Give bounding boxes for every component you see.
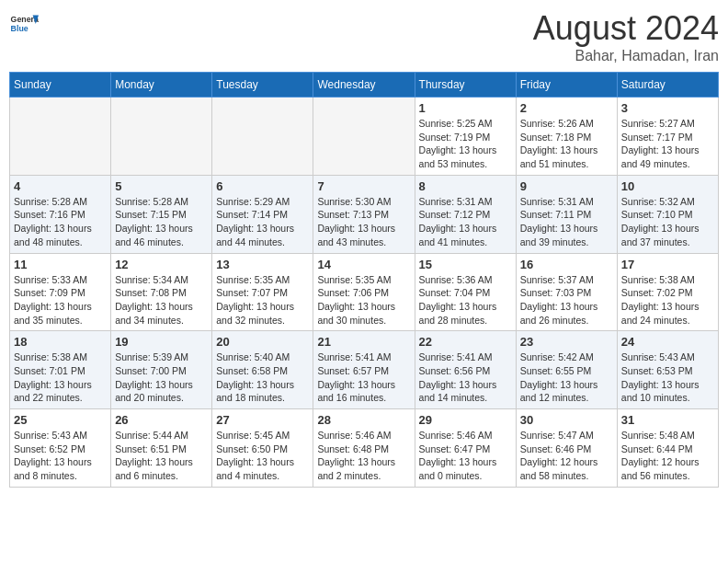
day-number: 2 xyxy=(520,101,613,115)
day-info: Sunrise: 5:26 AM Sunset: 7:18 PM Dayligh… xyxy=(520,117,613,171)
day-info: Sunrise: 5:31 AM Sunset: 7:11 PM Dayligh… xyxy=(520,195,613,249)
day-info: Sunrise: 5:33 AM Sunset: 7:09 PM Dayligh… xyxy=(14,273,107,327)
day-number: 7 xyxy=(317,179,410,193)
calendar-week-row: 11Sunrise: 5:33 AM Sunset: 7:09 PM Dayli… xyxy=(10,253,719,331)
day-info: Sunrise: 5:31 AM Sunset: 7:12 PM Dayligh… xyxy=(419,195,512,249)
calendar-cell: 7Sunrise: 5:30 AM Sunset: 7:13 PM Daylig… xyxy=(313,175,415,253)
calendar-week-row: 4Sunrise: 5:28 AM Sunset: 7:16 PM Daylig… xyxy=(10,175,719,253)
day-info: Sunrise: 5:46 AM Sunset: 6:47 PM Dayligh… xyxy=(419,429,512,483)
day-number: 8 xyxy=(419,179,512,193)
day-number: 16 xyxy=(520,258,613,271)
day-info: Sunrise: 5:40 AM Sunset: 6:58 PM Dayligh… xyxy=(216,350,309,405)
day-number: 1 xyxy=(419,101,512,115)
day-number: 27 xyxy=(216,413,309,427)
day-info: Sunrise: 5:46 AM Sunset: 6:48 PM Dayligh… xyxy=(317,429,410,483)
calendar-cell: 10Sunrise: 5:32 AM Sunset: 7:10 PM Dayli… xyxy=(617,175,718,253)
calendar-cell: 21Sunrise: 5:41 AM Sunset: 6:57 PM Dayli… xyxy=(313,331,415,409)
day-info: Sunrise: 5:36 AM Sunset: 7:04 PM Dayligh… xyxy=(419,273,512,327)
calendar-cell: 31Sunrise: 5:48 AM Sunset: 6:44 PM Dayli… xyxy=(617,409,718,488)
day-number: 26 xyxy=(115,413,208,427)
day-info: Sunrise: 5:28 AM Sunset: 7:16 PM Dayligh… xyxy=(14,195,107,249)
calendar-cell: 25Sunrise: 5:43 AM Sunset: 6:52 PM Dayli… xyxy=(10,409,111,488)
day-number: 28 xyxy=(317,413,410,427)
calendar-table: SundayMondayTuesdayWednesdayThursdayFrid… xyxy=(9,72,719,488)
calendar-cell: 15Sunrise: 5:36 AM Sunset: 7:04 PM Dayli… xyxy=(415,253,516,331)
day-number: 25 xyxy=(14,413,107,427)
day-number: 10 xyxy=(621,179,714,193)
calendar-cell: 12Sunrise: 5:34 AM Sunset: 7:08 PM Dayli… xyxy=(111,253,212,331)
calendar-cell: 2Sunrise: 5:26 AM Sunset: 7:18 PM Daylig… xyxy=(516,98,617,176)
day-info: Sunrise: 5:44 AM Sunset: 6:51 PM Dayligh… xyxy=(115,429,208,483)
day-number: 5 xyxy=(115,179,208,193)
calendar-cell: 30Sunrise: 5:47 AM Sunset: 6:46 PM Dayli… xyxy=(516,409,617,488)
calendar-cell: 3Sunrise: 5:27 AM Sunset: 7:17 PM Daylig… xyxy=(617,98,718,176)
calendar-cell: 20Sunrise: 5:40 AM Sunset: 6:58 PM Dayli… xyxy=(212,331,313,409)
calendar-cell: 8Sunrise: 5:31 AM Sunset: 7:12 PM Daylig… xyxy=(415,175,516,253)
weekday-header-sunday: Sunday xyxy=(10,73,111,98)
calendar-cell: 5Sunrise: 5:28 AM Sunset: 7:15 PM Daylig… xyxy=(111,175,212,253)
calendar-week-row: 18Sunrise: 5:38 AM Sunset: 7:01 PM Dayli… xyxy=(10,331,719,409)
day-number: 17 xyxy=(621,258,714,271)
calendar-cell: 6Sunrise: 5:29 AM Sunset: 7:14 PM Daylig… xyxy=(212,175,313,253)
day-info: Sunrise: 5:35 AM Sunset: 7:07 PM Dayligh… xyxy=(216,273,309,327)
calendar-cell: 4Sunrise: 5:28 AM Sunset: 7:16 PM Daylig… xyxy=(10,175,111,253)
day-number: 22 xyxy=(419,335,512,349)
month-title: August 2024 xyxy=(533,9,719,48)
calendar-cell: 28Sunrise: 5:46 AM Sunset: 6:48 PM Dayli… xyxy=(313,409,415,488)
day-number: 12 xyxy=(115,258,208,271)
calendar-cell: 9Sunrise: 5:31 AM Sunset: 7:11 PM Daylig… xyxy=(516,175,617,253)
calendar-cell: 24Sunrise: 5:43 AM Sunset: 6:53 PM Dayli… xyxy=(617,331,718,409)
day-info: Sunrise: 5:25 AM Sunset: 7:19 PM Dayligh… xyxy=(419,117,512,171)
calendar-cell: 14Sunrise: 5:35 AM Sunset: 7:06 PM Dayli… xyxy=(313,253,415,331)
day-info: Sunrise: 5:35 AM Sunset: 7:06 PM Dayligh… xyxy=(317,273,410,327)
logo: General Blue xyxy=(9,9,39,39)
day-info: Sunrise: 5:29 AM Sunset: 7:14 PM Dayligh… xyxy=(216,195,309,249)
day-number: 9 xyxy=(520,179,613,193)
day-number: 31 xyxy=(621,413,714,427)
day-info: Sunrise: 5:38 AM Sunset: 7:02 PM Dayligh… xyxy=(621,273,714,327)
calendar-cell: 23Sunrise: 5:42 AM Sunset: 6:55 PM Dayli… xyxy=(516,331,617,409)
calendar-cell: 1Sunrise: 5:25 AM Sunset: 7:19 PM Daylig… xyxy=(415,98,516,176)
day-number: 4 xyxy=(14,179,107,193)
day-number: 11 xyxy=(14,258,107,271)
calendar-cell xyxy=(111,98,212,176)
day-number: 6 xyxy=(216,179,309,193)
calendar-cell: 16Sunrise: 5:37 AM Sunset: 7:03 PM Dayli… xyxy=(516,253,617,331)
day-number: 24 xyxy=(621,335,714,349)
calendar-cell: 11Sunrise: 5:33 AM Sunset: 7:09 PM Dayli… xyxy=(10,253,111,331)
calendar-cell: 18Sunrise: 5:38 AM Sunset: 7:01 PM Dayli… xyxy=(10,331,111,409)
calendar-week-row: 25Sunrise: 5:43 AM Sunset: 6:52 PM Dayli… xyxy=(10,409,719,488)
day-info: Sunrise: 5:47 AM Sunset: 6:46 PM Dayligh… xyxy=(520,429,613,483)
day-info: Sunrise: 5:39 AM Sunset: 7:00 PM Dayligh… xyxy=(115,350,208,405)
day-info: Sunrise: 5:41 AM Sunset: 6:56 PM Dayligh… xyxy=(419,350,512,405)
calendar-cell: 29Sunrise: 5:46 AM Sunset: 6:47 PM Dayli… xyxy=(415,409,516,488)
day-number: 20 xyxy=(216,335,309,349)
day-number: 23 xyxy=(520,335,613,349)
svg-text:Blue: Blue xyxy=(11,24,28,33)
day-info: Sunrise: 5:28 AM Sunset: 7:15 PM Dayligh… xyxy=(115,195,208,249)
calendar-cell: 19Sunrise: 5:39 AM Sunset: 7:00 PM Dayli… xyxy=(111,331,212,409)
day-info: Sunrise: 5:42 AM Sunset: 6:55 PM Dayligh… xyxy=(520,350,613,405)
weekday-header-monday: Monday xyxy=(111,73,212,98)
weekday-header-row: SundayMondayTuesdayWednesdayThursdayFrid… xyxy=(10,73,719,98)
day-info: Sunrise: 5:30 AM Sunset: 7:13 PM Dayligh… xyxy=(317,195,410,249)
weekday-header-friday: Friday xyxy=(516,73,617,98)
day-number: 21 xyxy=(317,335,410,349)
day-number: 3 xyxy=(621,101,714,115)
day-info: Sunrise: 5:45 AM Sunset: 6:50 PM Dayligh… xyxy=(216,429,309,483)
logo-icon: General Blue xyxy=(9,9,39,39)
day-number: 29 xyxy=(419,413,512,427)
day-info: Sunrise: 5:37 AM Sunset: 7:03 PM Dayligh… xyxy=(520,273,613,327)
calendar-cell: 17Sunrise: 5:38 AM Sunset: 7:02 PM Dayli… xyxy=(617,253,718,331)
calendar-cell xyxy=(313,98,415,176)
calendar-cell xyxy=(212,98,313,176)
weekday-header-wednesday: Wednesday xyxy=(313,73,415,98)
calendar-cell: 27Sunrise: 5:45 AM Sunset: 6:50 PM Dayli… xyxy=(212,409,313,488)
day-info: Sunrise: 5:43 AM Sunset: 6:53 PM Dayligh… xyxy=(621,350,714,405)
day-number: 18 xyxy=(14,335,107,349)
calendar-cell xyxy=(10,98,111,176)
weekday-header-saturday: Saturday xyxy=(617,73,718,98)
page-header: General Blue August 2024 Bahar, Hamadan,… xyxy=(9,9,719,64)
title-area: August 2024 Bahar, Hamadan, Iran xyxy=(533,9,719,64)
day-number: 19 xyxy=(115,335,208,349)
